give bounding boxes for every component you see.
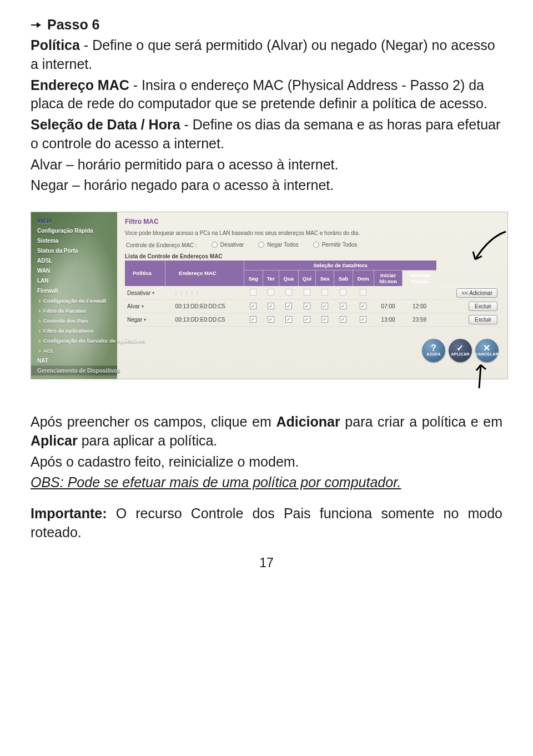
day-checkbox-cell[interactable] <box>263 286 279 299</box>
day-checkbox-cell[interactable]: ✓ <box>316 313 334 326</box>
after-p1a: Após preencher os campos, clique em <box>31 414 276 429</box>
adicionar-button[interactable]: << Adicionar <box>456 288 497 298</box>
day-checkbox-cell[interactable]: ✓ <box>279 299 298 313</box>
sidebar-item[interactable]: NAT <box>31 356 117 366</box>
mac-cell: 00:13:DD:E0:DD:C5 <box>165 299 244 313</box>
excluir-button[interactable]: Excluir <box>469 302 497 311</box>
radio-icon <box>212 242 218 248</box>
checkbox-icon: ✓ <box>360 303 366 309</box>
mac-cell: 00:13:DD:E0:DD:C5 <box>165 313 244 326</box>
ajuda-button[interactable]: ?AJUDA <box>422 339 445 362</box>
radio-label: Negar Todos <box>267 242 299 248</box>
day-checkbox-cell[interactable] <box>316 286 334 299</box>
cancelar-button[interactable]: ✕CANCELAR <box>475 339 499 362</box>
checkbox-icon: ✓ <box>340 303 346 309</box>
mac-table: Política Endereço MAC Seleção de Data/Ho… <box>125 261 500 327</box>
aplicar-button[interactable]: ✓APLICAR <box>449 339 472 362</box>
button-glyph-icon: ✓ <box>456 344 464 352</box>
checkbox-icon: ✓ <box>250 303 257 309</box>
sidebar-item[interactable]: Status da Porta <box>31 246 117 256</box>
radio-option[interactable]: Permitir Todos <box>313 242 358 248</box>
day-checkbox-cell[interactable] <box>334 286 353 299</box>
button-glyph-icon: ? <box>431 344 436 352</box>
router-ui-screenshot: InicioConfiguração RápidaSistemaStatus d… <box>31 212 508 379</box>
after-text: Após preencher os campos, clique em Adic… <box>31 413 502 542</box>
policy-dropdown[interactable]: Negar <box>127 317 146 323</box>
day-checkbox-cell[interactable] <box>353 286 374 299</box>
checkbox-icon: ✓ <box>285 316 292 323</box>
day-checkbox-cell[interactable]: ✓ <box>353 299 374 313</box>
sidebar-item[interactable]: ACL <box>31 346 117 356</box>
day-checkbox-cell[interactable]: ✓ <box>263 299 279 313</box>
day-checkbox-cell[interactable]: ✓ <box>334 313 353 326</box>
after-aplicar: Aplicar <box>31 433 78 448</box>
checkbox-icon <box>304 289 310 296</box>
policy-dropdown[interactable]: Desativar <box>127 290 154 296</box>
day-checkbox-cell[interactable] <box>244 286 263 299</box>
radio-option[interactable]: Negar Todos <box>258 242 299 248</box>
checkbox-icon: ✓ <box>268 316 274 323</box>
th-endereco: Endereço MAC <box>165 261 244 286</box>
checkbox-icon: ✓ <box>285 303 292 309</box>
day-checkbox-cell[interactable]: ✓ <box>263 313 279 326</box>
day-checkbox-cell[interactable]: ✓ <box>316 299 334 313</box>
checkbox-icon <box>268 289 274 296</box>
radio-icon <box>258 242 264 248</box>
table-row: Desativar: : : : :<< Adicionar <box>125 286 500 299</box>
start-time: 07:00 <box>374 299 403 313</box>
router-sidebar: InicioConfiguração RápidaSistemaStatus d… <box>31 212 117 379</box>
sidebar-item[interactable]: Firewall <box>31 286 117 296</box>
day-checkbox-cell[interactable]: ✓ <box>298 313 316 326</box>
excluir-button[interactable]: Excluir <box>469 315 497 324</box>
sidebar-item[interactable]: Configuração de Firewall <box>31 296 117 306</box>
radio-option[interactable]: Desativar <box>212 242 244 248</box>
sidebar-item[interactable]: Gerenciamento de Dispositivos <box>31 366 117 376</box>
day-checkbox-cell[interactable]: ✓ <box>244 313 263 326</box>
router-content: Filtro MAC Voce pode bloquear acesso a P… <box>117 212 507 379</box>
sidebar-item[interactable]: Configuração do Servidor de Aplicativos <box>31 336 117 346</box>
th-end: Terminarhh:mm <box>403 271 436 287</box>
step-header: Passo 6 <box>31 17 502 33</box>
sidebar-item[interactable]: Inicio <box>31 216 117 226</box>
button-glyph-icon: ✕ <box>483 344 490 352</box>
th-day: Ter <box>263 271 279 287</box>
radio-label: Permitir Todos <box>322 242 358 248</box>
checkbox-icon: ✓ <box>304 303 310 309</box>
policy-dropdown[interactable]: Alvar <box>127 303 144 309</box>
start-time: 13:00 <box>374 313 403 326</box>
checkbox-icon <box>340 289 346 296</box>
obs-note: OBS: Pode se efetuar mais de uma polític… <box>31 473 502 492</box>
th-day: Dom <box>353 271 374 287</box>
day-checkbox-cell[interactable]: ✓ <box>298 299 316 313</box>
sidebar-item[interactable]: Controle dos Pais <box>31 316 117 326</box>
term-mac: Endereço MAC <box>31 77 129 93</box>
panel-description: Voce pode bloquear acesso a PCs na LAN b… <box>125 230 500 236</box>
sidebar-item[interactable]: Filtro de Pacotes <box>31 306 117 316</box>
after-p2: Após o cadastro feito, reinicialize o mo… <box>31 453 502 472</box>
day-checkbox-cell[interactable]: ✓ <box>353 313 374 326</box>
end-time: 23:59 <box>403 313 436 326</box>
mac-cell[interactable]: : : : : : <box>165 286 244 299</box>
th-day: Sex <box>316 271 334 287</box>
button-label: APLICAR <box>451 352 469 356</box>
sidebar-item[interactable]: LAN <box>31 276 117 286</box>
day-checkbox-cell[interactable]: ✓ <box>244 299 263 313</box>
table-subtitle: Lista de Controle de Endereços MAC <box>125 253 500 259</box>
importante-label: Importante: <box>31 505 107 521</box>
sidebar-item[interactable]: Configuração Rápida <box>31 226 117 236</box>
day-checkbox-cell[interactable]: ✓ <box>334 299 353 313</box>
checkbox-icon: ✓ <box>304 316 310 323</box>
sidebar-item[interactable]: WAN <box>31 266 117 276</box>
sidebar-item[interactable]: ADSL <box>31 256 117 266</box>
checkbox-icon: ✓ <box>250 316 257 323</box>
day-checkbox-cell[interactable] <box>279 286 298 299</box>
day-checkbox-cell[interactable] <box>298 286 316 299</box>
intro-text: Política - Define o que será permitido (… <box>31 36 502 195</box>
sidebar-item[interactable]: Sistema <box>31 236 117 246</box>
start-time <box>374 286 403 299</box>
day-checkbox-cell[interactable]: ✓ <box>279 313 298 326</box>
sidebar-item[interactable]: Filtro de Aplicativos <box>31 326 117 336</box>
radio-icon <box>313 242 319 248</box>
term-politica: Política <box>31 37 80 53</box>
button-label: AJUDA <box>426 352 441 356</box>
